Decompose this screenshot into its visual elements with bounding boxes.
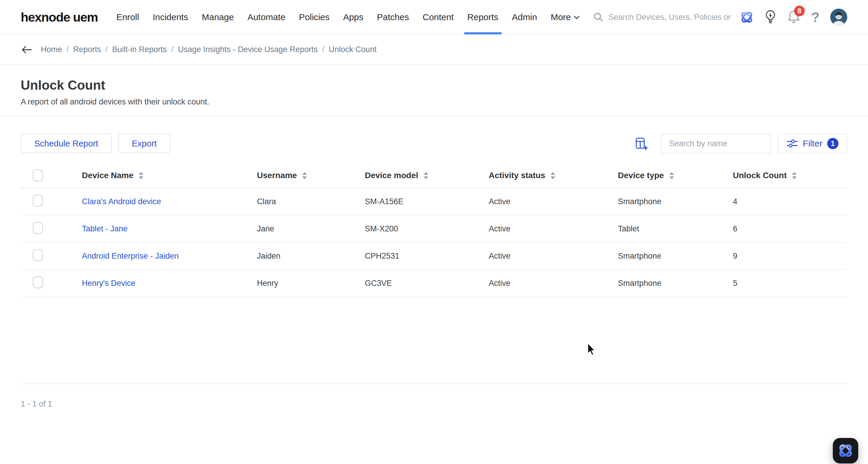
username-cell: Jane <box>257 224 365 233</box>
notifications-bell-icon[interactable]: 8 <box>787 10 801 25</box>
breadcrumb-separator: / <box>322 45 324 54</box>
breadcrumb-item[interactable]: Unlock Count <box>329 45 377 54</box>
top-icons: 8 ? <box>740 8 847 26</box>
filter-count-badge: 1 <box>827 138 838 149</box>
breadcrumb-item[interactable]: Reports <box>73 45 101 54</box>
global-search[interactable] <box>593 12 733 23</box>
main-content: Unlock Count A report of all android dev… <box>0 78 868 409</box>
activity-status-cell: Active <box>489 224 618 233</box>
hexnode-launcher-icon <box>838 443 854 459</box>
device-name-link[interactable]: Tablet - Jane <box>82 224 128 233</box>
section-divider <box>0 116 868 117</box>
nav-item-label: Patches <box>377 12 409 22</box>
nav-item-patches[interactable]: Patches <box>370 0 416 34</box>
table-row: Clara's Android deviceClaraSM-A156EActiv… <box>21 188 847 215</box>
device-name-link[interactable]: Henry's Device <box>82 279 135 288</box>
nav-item-more[interactable]: More <box>544 0 585 34</box>
column-header-unlock-count: Unlock Count <box>733 171 847 180</box>
unlock-count-cell: 6 <box>733 224 847 233</box>
filter-button[interactable]: Filter 1 <box>778 134 847 153</box>
activity-status-cell: Active <box>489 252 618 261</box>
activity-status-cell: Active <box>489 279 618 288</box>
help-icon[interactable]: ? <box>811 10 819 24</box>
select-all-cell <box>21 170 82 181</box>
column-header-device-name: Device Name <box>82 171 257 180</box>
add-column-icon[interactable] <box>635 137 648 150</box>
nav-item-label: Automate <box>247 12 285 22</box>
sort-arrows-icon[interactable] <box>551 172 555 179</box>
row-checkbox[interactable] <box>33 249 43 261</box>
table-row: Henry's DeviceHenryGC3VEActiveSmartphone… <box>21 270 847 297</box>
device-name-cell: Clara's Android device <box>82 197 257 206</box>
breadcrumb-item[interactable]: Home <box>41 45 62 54</box>
sort-arrows-icon[interactable] <box>424 172 428 179</box>
nav-item-policies[interactable]: Policies <box>292 0 336 34</box>
export-button[interactable]: Export <box>118 134 170 153</box>
row-checkbox[interactable] <box>33 222 43 234</box>
avatar[interactable] <box>830 8 847 26</box>
nav-item-label: Policies <box>299 12 329 22</box>
column-header-device-type: Device type <box>618 171 733 180</box>
top-navigation-bar: hexnode uem EnrollIncidentsManageAutomat… <box>0 0 868 35</box>
nav-item-apps[interactable]: Apps <box>336 0 370 34</box>
table-row: Android Enterprise - JaidenJaidenCPH2531… <box>21 243 847 270</box>
search-by-name <box>661 134 771 153</box>
username-cell: Henry <box>257 279 365 288</box>
nav-item-label: Reports <box>467 12 498 22</box>
username-cell: Jaiden <box>257 252 365 261</box>
column-header-label: Device Name <box>82 171 133 180</box>
nav-item-reports[interactable]: Reports <box>461 0 505 34</box>
sort-arrows-icon[interactable] <box>138 172 144 179</box>
global-search-input[interactable] <box>609 13 733 22</box>
breadcrumb-separator: / <box>105 45 108 54</box>
table-row: Tablet - JaneJaneSM-X200ActiveTablet6 <box>21 215 847 243</box>
sort-arrows-icon[interactable] <box>792 172 797 179</box>
table-body: Clara's Android deviceClaraSM-A156EActiv… <box>21 188 847 297</box>
nav-item-incidents[interactable]: Incidents <box>146 0 195 34</box>
back-arrow-icon[interactable] <box>21 45 33 55</box>
device-model-cell: CPH2531 <box>365 252 489 261</box>
column-header-label: Unlock Count <box>733 171 787 180</box>
genie-icon[interactable] <box>740 10 754 24</box>
breadcrumb-separator: / <box>171 45 174 54</box>
page-title: Unlock Count <box>21 78 847 93</box>
select-all-checkbox[interactable] <box>33 170 43 181</box>
sort-arrows-icon[interactable] <box>302 172 307 179</box>
whats-new-bulb-icon[interactable] <box>765 10 776 25</box>
schedule-report-button[interactable]: Schedule Report <box>21 134 112 153</box>
row-checkbox[interactable] <box>33 195 43 207</box>
row-select-cell <box>21 277 82 290</box>
activity-status-cell: Active <box>489 197 618 206</box>
report-toolbar: Schedule Report Export <box>21 134 847 153</box>
device-name-link[interactable]: Clara's Android device <box>82 197 161 206</box>
column-header-device-model: Device model <box>365 171 489 180</box>
nav-item-content[interactable]: Content <box>416 0 460 34</box>
hexnode-assistant-launcher[interactable] <box>833 438 858 463</box>
device-type-cell: Tablet <box>618 224 733 233</box>
search-by-name-input[interactable] <box>661 134 771 153</box>
sort-arrows-icon[interactable] <box>669 172 674 179</box>
nav-item-label: Manage <box>202 12 234 22</box>
table-header-row: Device NameUsernameDevice modelActivity … <box>21 163 847 188</box>
nav-item-automate[interactable]: Automate <box>241 0 292 34</box>
nav-item-enroll[interactable]: Enroll <box>110 0 146 34</box>
device-name-link[interactable]: Android Enterprise - Jaiden <box>82 252 179 260</box>
breadcrumb-separator: / <box>66 45 69 54</box>
search-icon <box>593 12 604 23</box>
row-select-cell <box>21 195 82 209</box>
nav-item-manage[interactable]: Manage <box>195 0 240 34</box>
column-header-label: Device type <box>618 171 664 180</box>
row-checkbox[interactable] <box>33 277 43 288</box>
device-type-cell: Smartphone <box>618 197 733 206</box>
nav-item-label: More <box>551 12 571 22</box>
username-cell: Clara <box>257 197 365 206</box>
breadcrumb-item[interactable]: Usage Insights - Device Usage Reports <box>178 45 318 54</box>
breadcrumb-items: Home/Reports/Built-in Reports/Usage Insi… <box>41 45 377 54</box>
filter-sliders-icon <box>787 139 798 148</box>
column-header-label: Username <box>257 171 297 180</box>
device-name-cell: Tablet - Jane <box>82 224 257 233</box>
hexnode-logo[interactable]: hexnode uem <box>21 10 98 25</box>
column-header-username: Username <box>257 171 365 180</box>
breadcrumb-item[interactable]: Built-in Reports <box>112 45 167 54</box>
nav-item-admin[interactable]: Admin <box>505 0 544 34</box>
